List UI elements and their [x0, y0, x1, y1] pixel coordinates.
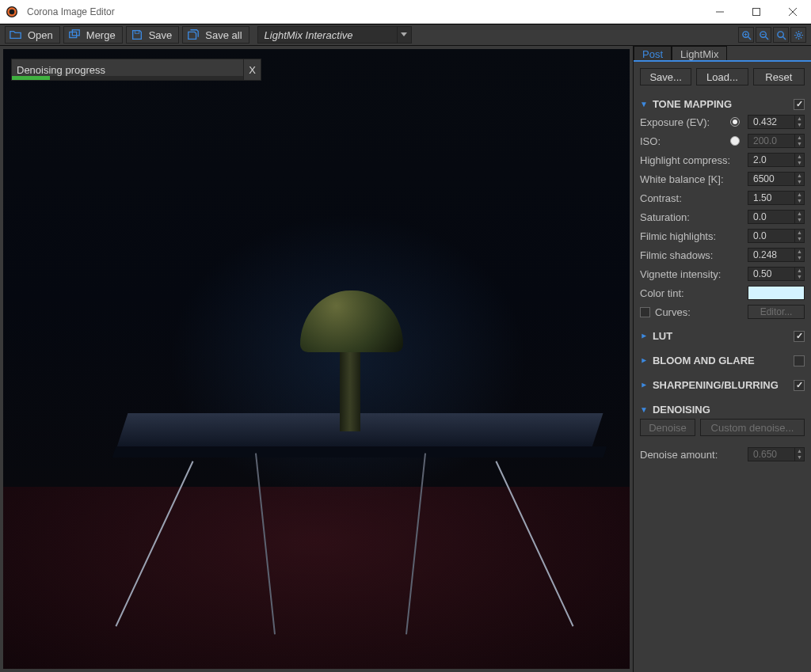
- main-toolbar: Open Merge Save Save all LightMix Intera…: [0, 24, 811, 46]
- contrast-label: Contrast:: [640, 192, 748, 204]
- open-button[interactable]: Open: [5, 26, 60, 44]
- section-header-denoising[interactable]: ▼ DENOISING: [640, 401, 805, 419]
- filmic-highlights-input[interactable]: 0.0▲▼: [748, 229, 805, 243]
- saturation-input[interactable]: 0.0▲▼: [748, 210, 805, 224]
- settings-button[interactable]: [790, 27, 806, 43]
- open-label: Open: [28, 29, 53, 41]
- panel-load-button[interactable]: Load...: [696, 68, 748, 85]
- save-all-button[interactable]: Save all: [182, 26, 249, 44]
- save-label: Save: [149, 29, 173, 41]
- app-icon: [0, 0, 24, 24]
- zoom-out-button[interactable]: [756, 27, 771, 43]
- panel-tabs: Post LightMix: [634, 46, 811, 62]
- preset-value: LightMix Interactive: [258, 29, 397, 41]
- panel-reset-button[interactable]: Reset: [753, 68, 805, 85]
- merge-label: Merge: [86, 29, 116, 41]
- lut-enable-checkbox[interactable]: [794, 331, 805, 342]
- highlight-compress-input[interactable]: 2.0▲▼: [748, 153, 805, 167]
- chevron-right-icon: ▼: [639, 332, 648, 340]
- color-tint-swatch[interactable]: [748, 286, 805, 300]
- zoom-in-button[interactable]: [738, 27, 754, 43]
- svg-point-16: [777, 31, 782, 36]
- side-panel: Post LightMix Save... Load... Reset ▼ TO…: [634, 46, 811, 672]
- sharpen-enable-checkbox[interactable]: [794, 380, 805, 391]
- iso-input[interactable]: 200.0▲▼: [748, 134, 805, 148]
- iso-label: ISO:: [640, 135, 730, 147]
- section-title: DENOISING: [653, 404, 710, 416]
- contrast-input[interactable]: 1.50▲▼: [748, 191, 805, 205]
- color-tint-label: Color tint:: [640, 287, 748, 299]
- window-close-button[interactable]: [775, 0, 811, 24]
- exposure-input[interactable]: 0.432▲▼: [748, 115, 805, 129]
- svg-line-14: [765, 36, 768, 40]
- tone-mapping-enable-checkbox[interactable]: [794, 99, 805, 110]
- progress-close-button[interactable]: X: [243, 59, 261, 80]
- section-title: LUT: [653, 330, 672, 342]
- section-title: BLOOM AND GLARE: [653, 355, 755, 366]
- vignette-input[interactable]: 0.50▲▼: [748, 267, 805, 281]
- section-header-bloom[interactable]: ▼ BLOOM AND GLARE: [640, 351, 805, 370]
- window-titlebar: Corona Image Editor: [0, 0, 811, 24]
- svg-point-18: [797, 33, 800, 36]
- bloom-enable-checkbox[interactable]: [794, 355, 805, 366]
- preset-dropdown[interactable]: LightMix Interactive: [257, 26, 412, 44]
- chevron-down-icon: ▼: [640, 405, 648, 414]
- chevron-right-icon: ▼: [639, 357, 648, 365]
- section-title: SHARPENING/BLURRING: [653, 379, 779, 391]
- section-header-tone-mapping[interactable]: ▼ TONE MAPPING: [640, 95, 805, 113]
- svg-rect-7: [72, 30, 79, 36]
- custom-denoise-button[interactable]: Custom denoise...: [700, 419, 805, 436]
- svg-line-10: [748, 36, 751, 40]
- saturation-label: Saturation:: [640, 211, 748, 223]
- white-balance-input[interactable]: 6500▲▼: [748, 172, 805, 186]
- panel-save-button[interactable]: Save...: [640, 68, 691, 85]
- vignette-label: Vignette intensity:: [640, 268, 748, 280]
- zoom-fit-button[interactable]: [773, 27, 789, 43]
- chevron-down-icon: [397, 27, 411, 43]
- curves-checkbox[interactable]: [640, 307, 650, 317]
- merge-button[interactable]: Merge: [63, 26, 123, 44]
- section-header-lut[interactable]: ▼ LUT: [640, 327, 805, 345]
- chevron-right-icon: ▼: [639, 382, 648, 389]
- curves-label: Curves:: [655, 306, 748, 318]
- exposure-radio[interactable]: [730, 117, 740, 127]
- window-minimize-button[interactable]: [702, 0, 738, 24]
- svg-rect-3: [753, 8, 760, 15]
- curves-editor-button[interactable]: Editor...: [748, 305, 805, 319]
- filmic-highlights-label: Filmic highlights:: [640, 230, 748, 242]
- iso-radio[interactable]: [730, 136, 740, 146]
- folder-open-icon: [9, 28, 23, 42]
- exposure-label: Exposure (EV):: [640, 116, 730, 128]
- save-all-icon: [186, 28, 200, 42]
- save-button[interactable]: Save: [126, 26, 180, 44]
- chevron-down-icon: ▼: [640, 100, 648, 108]
- progress-overlay: Denoising progress X: [11, 59, 261, 81]
- merge-icon: [67, 28, 82, 42]
- white-balance-label: White balance [K]:: [640, 173, 748, 185]
- save-icon: [130, 28, 144, 42]
- denoise-button[interactable]: Denoise: [640, 419, 695, 436]
- render-viewport[interactable]: Denoising progress X: [0, 46, 634, 672]
- svg-rect-6: [70, 32, 77, 37]
- progress-label: Denoising progress: [12, 64, 105, 76]
- section-title: TONE MAPPING: [653, 98, 732, 110]
- tab-lightmix[interactable]: LightMix: [672, 46, 727, 60]
- window-maximize-button[interactable]: [738, 0, 775, 24]
- svg-line-17: [782, 36, 786, 40]
- section-header-sharpen[interactable]: ▼ SHARPENING/BLURRING: [640, 376, 805, 394]
- filmic-shadows-label: Filmic shadows:: [640, 249, 748, 261]
- denoise-amount-label: Denoise amount:: [640, 449, 748, 461]
- progress-fill: [12, 76, 50, 80]
- tab-post[interactable]: Post: [634, 46, 672, 60]
- save-all-label: Save all: [205, 29, 242, 41]
- render-image: [3, 49, 630, 669]
- filmic-shadows-input[interactable]: 0.248▲▼: [748, 248, 805, 262]
- window-title: Corona Image Editor: [24, 6, 702, 17]
- denoise-amount-input[interactable]: 0.650▲▼: [748, 447, 805, 461]
- highlight-compress-label: Highlight compress:: [640, 154, 748, 166]
